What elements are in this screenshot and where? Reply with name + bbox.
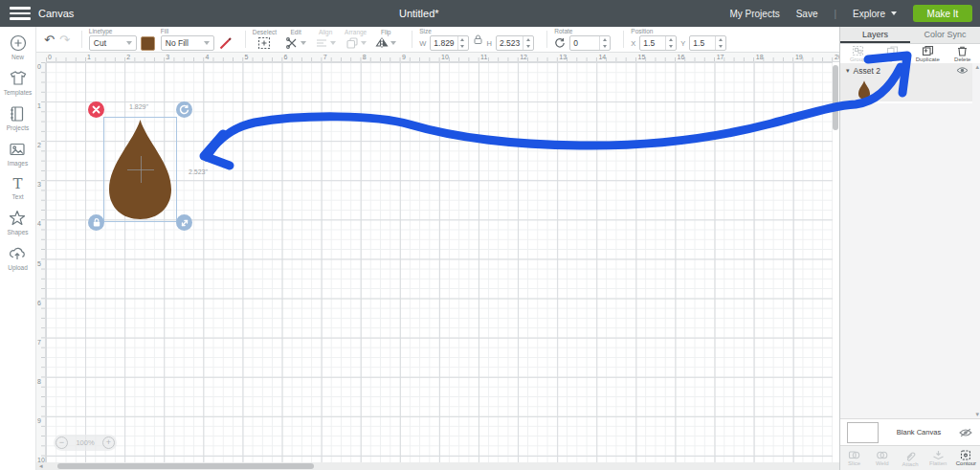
upload-cloud-icon xyxy=(8,244,27,263)
redo-button[interactable]: ↷ xyxy=(59,33,70,47)
my-projects-link[interactable]: My Projects xyxy=(729,9,779,19)
canvas-menu-label[interactable]: Canvas xyxy=(38,8,74,19)
sidebar-item-images[interactable]: Images xyxy=(8,140,28,167)
delete-handle[interactable] xyxy=(88,101,104,118)
rotate-icon xyxy=(554,37,566,49)
group-button[interactable]: Group xyxy=(840,44,876,63)
slice-label: Slice xyxy=(848,460,860,466)
y-label: Y xyxy=(680,39,685,48)
stepper-icon[interactable] xyxy=(457,36,468,50)
zoom-controls: − 100% + xyxy=(54,435,117,451)
fill-select[interactable]: No Fill xyxy=(161,35,214,51)
flatten-icon xyxy=(932,450,945,460)
scroll-down-icon[interactable]: ▾ xyxy=(975,411,979,418)
scroll-up-icon[interactable]: ▴ xyxy=(975,63,979,71)
explore-menu[interactable]: Explore xyxy=(853,9,897,19)
sidebar-label: New xyxy=(11,54,24,60)
align-button[interactable]: Align xyxy=(315,29,336,50)
tab-color-sync[interactable]: Color Sync xyxy=(910,27,980,43)
width-value: 1.829 xyxy=(431,38,457,48)
pen-icon[interactable] xyxy=(218,36,233,51)
h-ruler: 01234567891011121314151617181920 xyxy=(46,53,839,62)
shapes-icon xyxy=(8,209,27,228)
rotate-value: 0 xyxy=(570,38,599,48)
stepper-icon[interactable] xyxy=(665,36,676,50)
linetype-select[interactable]: Cut xyxy=(89,35,137,51)
menu-icon[interactable] xyxy=(10,7,31,20)
rotate-handle[interactable] xyxy=(176,101,192,118)
blank-canvas-label: Blank Canvas xyxy=(879,428,959,436)
trash-icon xyxy=(957,45,968,56)
sidebar-item-upload[interactable]: Upload xyxy=(8,244,28,271)
text-icon: T xyxy=(12,175,22,192)
undo-button[interactable]: ↶ xyxy=(44,33,55,47)
sidebar-item-new[interactable]: New xyxy=(9,34,28,60)
width-input[interactable]: 1.829 xyxy=(430,35,468,51)
layer-item[interactable] xyxy=(840,78,972,103)
canvas-color-swatch[interactable] xyxy=(847,422,879,443)
deselect-button[interactable]: Deselect xyxy=(253,29,277,50)
duplicate-button[interactable]: Duplicate xyxy=(910,44,946,63)
position-group: Position X 1.5 Y 1.5 xyxy=(631,28,726,51)
flip-icon xyxy=(375,36,389,50)
linetype-color-swatch[interactable] xyxy=(141,36,155,51)
sidebar-item-templates[interactable]: Templates xyxy=(4,69,33,96)
attach-button[interactable]: Attach xyxy=(896,446,924,470)
duplicate-icon xyxy=(922,45,934,56)
height-input[interactable]: 2.523 xyxy=(496,35,534,51)
fill-label: Fill xyxy=(161,28,233,34)
h-scrollbar[interactable]: ◂ xyxy=(36,462,839,470)
arrange-button[interactable]: Arrange xyxy=(345,29,367,50)
lock-icon xyxy=(92,217,101,228)
zoom-level: 100% xyxy=(76,438,94,447)
stepper-icon[interactable] xyxy=(599,36,610,50)
x-input[interactable]: 1.5 xyxy=(639,35,677,51)
tab-layers[interactable]: Layers xyxy=(840,27,910,43)
height-label: H xyxy=(487,39,492,48)
zoom-out-button[interactable]: − xyxy=(56,436,68,449)
layer-group-header[interactable]: ▾ Asset 2 xyxy=(840,63,972,78)
panel-tabs: Layers Color Sync xyxy=(840,27,980,44)
eye-icon[interactable] xyxy=(956,66,969,75)
sidebar-item-projects[interactable]: Projects xyxy=(7,104,29,131)
canvas-area[interactable]: 01234567891011121314151617181920 0123456… xyxy=(36,53,839,470)
make-it-button[interactable]: Make It xyxy=(913,5,972,22)
collapse-icon[interactable]: ▾ xyxy=(846,67,850,75)
layer-group-name: Asset 2 xyxy=(854,66,956,76)
linetype-label: Linetype xyxy=(89,28,155,34)
chevron-down-icon xyxy=(301,41,306,45)
delete-button[interactable]: Delete xyxy=(946,44,980,63)
flip-button[interactable]: Flip xyxy=(375,29,396,50)
slice-button[interactable]: Slice xyxy=(840,446,868,470)
canvas-grid[interactable]: 1.829" 2.523" − 100% + xyxy=(46,62,833,462)
edit-toolbar: ↶ ↷ Linetype Cut Fill No Fill Deselect E… xyxy=(36,27,839,53)
width-label: W xyxy=(419,39,426,48)
document-title[interactable]: Untitled* xyxy=(399,8,439,19)
y-input[interactable]: 1.5 xyxy=(689,35,726,51)
lock-ratio-icon[interactable] xyxy=(473,34,483,45)
linetype-value: Cut xyxy=(94,38,106,48)
v-scrollbar-thumb[interactable] xyxy=(833,65,838,130)
resize-handle[interactable] xyxy=(176,214,192,231)
sidebar-item-text[interactable]: T Text xyxy=(12,175,24,200)
eye-off-icon[interactable] xyxy=(959,428,972,437)
sidebar-item-shapes[interactable]: Shapes xyxy=(7,209,28,235)
stepper-icon[interactable] xyxy=(523,36,533,50)
chevron-down-icon xyxy=(126,41,132,45)
edit-button[interactable]: Edit xyxy=(285,29,306,50)
sidebar-label: Projects xyxy=(7,124,29,131)
scroll-left-icon[interactable]: ◂ xyxy=(39,462,43,470)
stepper-icon[interactable] xyxy=(715,36,725,50)
h-scrollbar-thumb[interactable] xyxy=(57,463,314,469)
deselect-icon xyxy=(257,36,271,50)
panel-scrollbar[interactable]: ▴ ▾ xyxy=(972,63,979,418)
zoom-in-button[interactable]: + xyxy=(102,436,115,449)
weld-button[interactable]: Weld xyxy=(868,446,896,470)
contour-button[interactable]: Contour xyxy=(952,446,980,470)
save-link[interactable]: Save xyxy=(796,9,818,19)
lock-handle[interactable] xyxy=(88,214,104,231)
rotate-input[interactable]: 0 xyxy=(569,35,611,51)
ungroup-button[interactable]: Ungroup xyxy=(876,44,911,63)
flatten-button[interactable]: Flatten xyxy=(924,446,952,470)
resize-icon xyxy=(180,218,189,228)
